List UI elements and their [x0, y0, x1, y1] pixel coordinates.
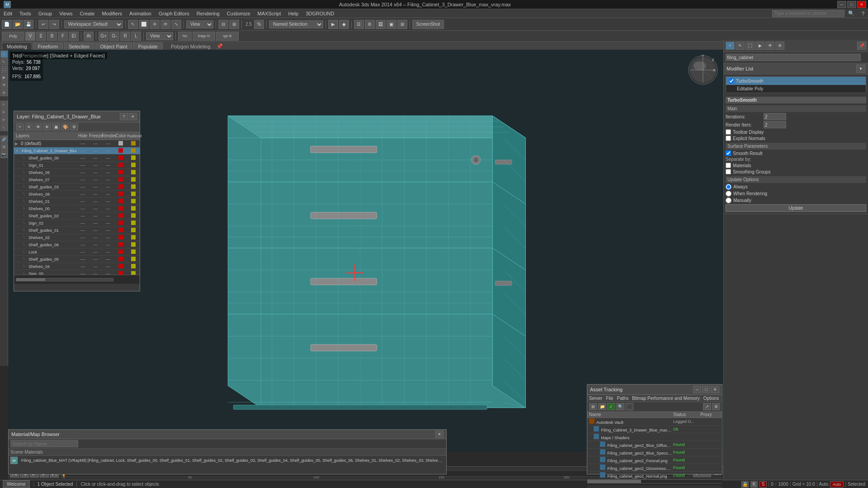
layer-row-shelf-guides-02[interactable]: └ Shelf_guides_02 ——— [14, 212, 140, 220]
layer-row-shelves-01[interactable]: └ Shelves_01 ——— [14, 198, 140, 205]
scale-button[interactable]: ⤡ [171, 20, 181, 29]
status-key-btn[interactable]: K [750, 481, 758, 488]
asset-row-maps[interactable]: Maps / Shaders [587, 433, 722, 441]
mat-search-input[interactable] [10, 440, 78, 447]
layer-settings-btn[interactable]: ⚙ [70, 123, 78, 131]
keyframe-button[interactable]: ◆ [339, 20, 349, 29]
asset-btn-1[interactable]: ⊞ [589, 403, 597, 410]
nav-gizmo[interactable]: Y X Z [687, 54, 719, 87]
create-panel-icon[interactable]: + [726, 42, 735, 50]
view-type-dropdown[interactable]: View [146, 32, 173, 40]
layer-freeze-btn[interactable]: ❄ [43, 123, 51, 131]
new-scene-button[interactable]: 📄 [2, 20, 12, 29]
face-button[interactable]: F [58, 32, 68, 41]
asset-row-normal[interactable]: Filing_cabinet_geo2_Normal.png Found [587, 472, 722, 479]
when-rendering-radio[interactable] [726, 191, 731, 197]
asset-menu-options[interactable]: Options [703, 395, 719, 401]
layer-delete-btn[interactable]: ✕ [25, 123, 33, 131]
menu-item-views[interactable]: Views [56, 10, 76, 17]
menu-item-rendering[interactable]: Rendering [193, 10, 223, 17]
element-button[interactable]: El [69, 32, 79, 41]
asset-tracking-maximize[interactable]: □ [702, 386, 710, 393]
menu-item-customize[interactable]: Customize [223, 10, 254, 17]
menu-item-help[interactable]: Help [285, 10, 302, 17]
asset-btn-5[interactable]: ⬛ [625, 403, 633, 410]
asset-row-vault[interactable]: Autodesk Vault Logged O... [587, 418, 722, 426]
close-button[interactable]: ✕ [857, 1, 866, 8]
maximize-button[interactable]: □ [847, 1, 856, 8]
layer-row-shelf-guides-06[interactable]: └ Shelf_guides_06 ——— [14, 241, 140, 249]
utility-panel-icon[interactable]: ⚙ [775, 42, 784, 50]
asset-tracking-minimize[interactable]: ─ [693, 386, 701, 393]
layer-row-sign-01[interactable]: └ Sign_01 ——— [14, 162, 140, 169]
render-setup-button[interactable]: ⚙ [365, 20, 375, 29]
layer-dialog-help[interactable]: ? [120, 113, 128, 120]
left-icon-motion[interactable]: ▶ [0, 74, 8, 81]
sel-mode-button[interactable]: Al [84, 32, 94, 41]
screenshot-button[interactable]: ScreenShot [412, 20, 444, 29]
left-icon-scale[interactable]: ⤡ [0, 124, 8, 131]
asset-settings-btn[interactable]: ⚙ [712, 403, 720, 410]
layer-color-btn[interactable]: 🎨 [61, 123, 69, 131]
menu-item-animation[interactable]: Animation [126, 10, 155, 17]
layer-row-sign-00[interactable]: └ Sign_00 ——— [14, 270, 140, 275]
edge-button[interactable]: E [36, 32, 46, 41]
asset-row-specular[interactable]: Filing_cabinet_geo2_Blue_Specular.png Fo… [587, 449, 722, 456]
modifier-turbosmoooth[interactable]: TurboSmooth [726, 77, 866, 85]
layer-row-shelves-04[interactable]: └ Shelves_04 ——— [14, 263, 140, 270]
select-region-button[interactable]: ⬜ [139, 20, 149, 29]
asset-btn-4[interactable]: 🔍 [616, 403, 624, 410]
menu-item-group[interactable]: Group [35, 10, 56, 17]
asset-path-input[interactable] [587, 485, 722, 488]
layer-row-shelves-08[interactable]: └ Shelves_08 ——— [14, 191, 140, 198]
tab-selection[interactable]: Selection [64, 42, 94, 51]
materials-check[interactable] [726, 163, 731, 168]
menu-item-3dground[interactable]: 3DGROUND [302, 10, 338, 17]
minimize-button[interactable]: ─ [837, 1, 846, 8]
tab-populate[interactable]: Populate [133, 42, 162, 51]
status-lock-btn[interactable]: 🔒 [741, 481, 749, 488]
move-button[interactable]: ✛ [150, 20, 160, 29]
asset-tracking-close[interactable]: ✕ [711, 386, 719, 393]
layer-expand-default[interactable]: ▶ [15, 141, 18, 146]
mat-browser-close[interactable]: ✕ [435, 431, 443, 438]
grow-button[interactable]: G+ [99, 32, 108, 41]
pin-button[interactable]: 📌 [217, 43, 223, 49]
mat-item-name[interactable]: Filing_cabinet_Blue_MAT (VRayMtl) [Filin… [19, 457, 444, 464]
layer-row-shelf-guides-05[interactable]: └ Shelf_guides_05 ——— [14, 256, 140, 263]
update-button[interactable]: Update [726, 204, 866, 212]
undo-button[interactable]: ↩ [38, 20, 48, 29]
menu-item-edit[interactable]: Edit [0, 10, 16, 17]
smoothing-groups-check[interactable] [726, 169, 731, 174]
modify-panel-icon[interactable]: ✎ [736, 42, 745, 50]
object-name-input[interactable]: filing_cabinet [726, 54, 861, 61]
status-set-key-btn[interactable]: S [760, 481, 767, 488]
layer-row-shelf-guides-03[interactable]: └ Shelf_guides_03 ——— [14, 183, 140, 191]
percent-button[interactable]: % [254, 20, 264, 29]
auto-key-btn[interactable]: Auto [830, 481, 844, 488]
asset-scrollbar[interactable] [587, 479, 722, 483]
polygon-button[interactable]: Poly [2, 32, 24, 41]
layer-hide-btn[interactable]: 👁 [34, 123, 42, 131]
border-button[interactable]: B [47, 32, 57, 41]
pin-stack-icon[interactable]: 📌 [857, 42, 866, 50]
tab-modeling[interactable]: Modeling [2, 42, 32, 51]
toolbar-display-check[interactable] [726, 129, 731, 135]
left-icon-select[interactable]: ↖ [0, 101, 8, 108]
vertex-button[interactable]: V [25, 32, 35, 41]
asset-menu-paths[interactable]: Paths [617, 395, 629, 401]
open-button[interactable]: 📂 [13, 20, 23, 29]
edge-dist-button[interactable]: Edge D [193, 32, 215, 41]
asset-btn-2[interactable]: 📁 [598, 403, 606, 410]
asset-row-max-file[interactable]: Filing_Cabinet_3_Drawer_Blue_max_vray.ma… [587, 426, 722, 433]
layer-scrollbar[interactable] [16, 278, 113, 282]
modifier-editable-poly[interactable]: Editable Poly [726, 85, 866, 93]
hierarchy-panel-icon[interactable]: ⛶ [745, 42, 755, 50]
rotate-button[interactable]: ⟳ [160, 20, 170, 29]
left-icon-move[interactable]: ✛ [0, 108, 8, 116]
asset-btn-3[interactable]: ✓ [607, 403, 615, 410]
workspace-dropdown[interactable]: Workspace: Default [64, 20, 123, 28]
display-panel-icon[interactable]: 👁 [765, 42, 774, 50]
layer-new-btn[interactable]: + [16, 123, 24, 131]
layer-row-shelves-07[interactable]: └ Shelves_07 ——— [14, 176, 140, 183]
